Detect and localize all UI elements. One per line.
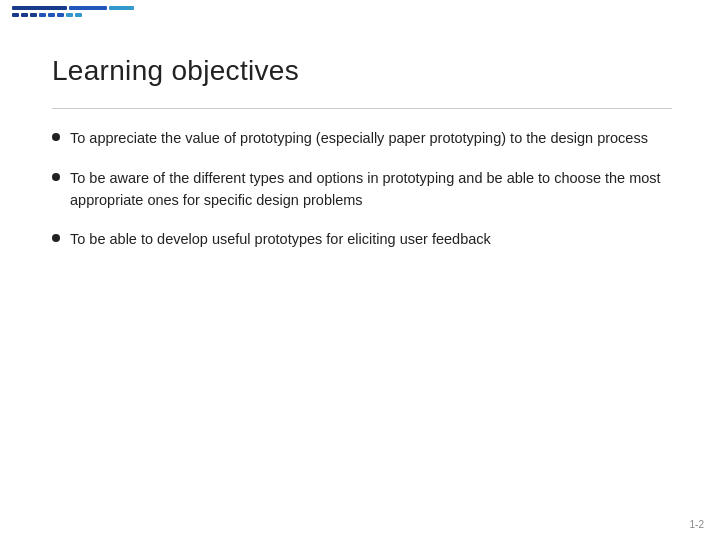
bullet-list: To appreciate the value of prototyping (… (52, 128, 668, 251)
bullet-dot-2 (52, 173, 60, 181)
header-bar-3 (109, 6, 134, 10)
header-dot-7 (66, 13, 73, 17)
bullet-item-2: To be aware of the different types and o… (52, 168, 668, 212)
header-bar-2 (69, 6, 107, 10)
header-decoration (0, 0, 720, 38)
header-dot-2 (21, 13, 28, 17)
bullet-text-1: To appreciate the value of prototyping (… (70, 128, 668, 150)
header-dot-6 (57, 13, 64, 17)
header-row-2 (12, 13, 720, 17)
bullet-item-3: To be able to develop useful prototypes … (52, 229, 668, 251)
header-bar-1 (12, 6, 67, 10)
bullet-text-2: To be aware of the different types and o… (70, 168, 668, 212)
bullet-item-1: To appreciate the value of prototyping (… (52, 128, 668, 150)
content-area: To appreciate the value of prototyping (… (52, 128, 668, 269)
header-dot-1 (12, 13, 19, 17)
header-row-1 (12, 6, 720, 10)
slide-title: Learning objectives (52, 55, 299, 87)
header-dot-8 (75, 13, 82, 17)
bullet-text-3: To be able to develop useful prototypes … (70, 229, 668, 251)
title-divider (52, 108, 672, 109)
header-dot-5 (48, 13, 55, 17)
bullet-dot-1 (52, 133, 60, 141)
bullet-dot-3 (52, 234, 60, 242)
header-dot-4 (39, 13, 46, 17)
page-number: 1-2 (690, 519, 704, 530)
slide-container: Learning objectives To appreciate the va… (0, 0, 720, 540)
header-dot-3 (30, 13, 37, 17)
